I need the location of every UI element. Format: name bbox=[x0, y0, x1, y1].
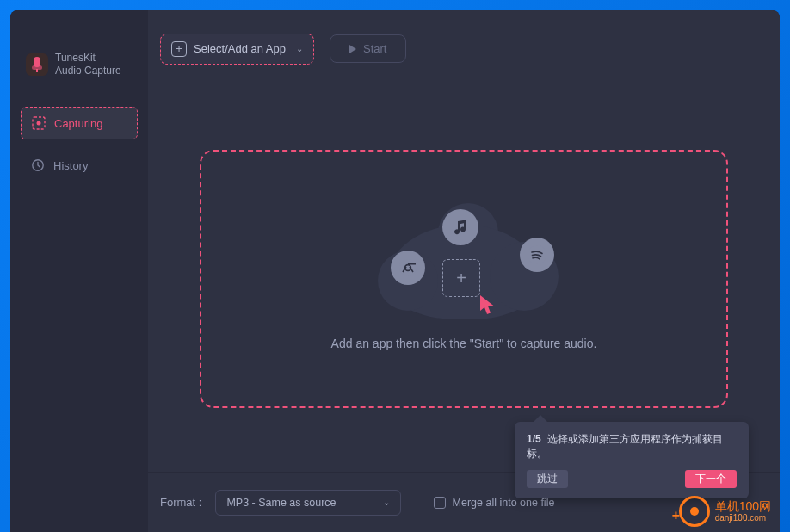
tooltip-skip-button[interactable]: 跳过 bbox=[527, 470, 568, 488]
tooltip-next-button[interactable]: 下一个 bbox=[685, 470, 737, 488]
music-icon bbox=[442, 209, 478, 245]
capture-icon bbox=[32, 116, 46, 130]
svg-rect-2 bbox=[36, 69, 38, 72]
app-logo-icon bbox=[26, 53, 48, 76]
app-logo-block: TunesKit Audio Capture bbox=[10, 52, 148, 102]
chevron-down-icon: ⌄ bbox=[296, 44, 303, 53]
spotify-icon bbox=[520, 238, 554, 272]
select-app-label: Select/Add an App bbox=[194, 42, 286, 55]
add-app-placeholder[interactable]: + bbox=[442, 259, 480, 297]
start-button[interactable]: Start bbox=[330, 34, 406, 63]
chrome-icon bbox=[391, 251, 425, 285]
sidebar: TunesKit Audio Capture Capturing History bbox=[10, 10, 148, 532]
cursor-icon bbox=[478, 294, 497, 319]
watermark-sub: danji100.com bbox=[715, 513, 771, 523]
sidebar-item-history[interactable]: History bbox=[21, 150, 138, 181]
tooltip-step: 1/5 bbox=[527, 433, 541, 445]
select-add-app-button[interactable]: + Select/Add an App ⌄ bbox=[160, 34, 314, 65]
onboarding-tooltip: 1/5 选择或添加第三方应用程序作为捕获目标。 跳过 下一个 bbox=[515, 422, 749, 498]
dropzone-hint: Add an app then click the "Start" to cap… bbox=[331, 337, 597, 350]
tooltip-text: 1/5 选择或添加第三方应用程序作为捕获目标。 bbox=[527, 432, 737, 461]
topbar: + Select/Add an App ⌄ Start bbox=[148, 10, 780, 88]
cloud-illustration: + bbox=[378, 207, 550, 319]
svg-point-4 bbox=[37, 121, 41, 126]
checkbox-box bbox=[434, 497, 446, 509]
format-label: Format : bbox=[160, 496, 201, 509]
start-label: Start bbox=[363, 42, 386, 55]
play-icon bbox=[349, 45, 356, 53]
chevron-down-icon: ⌄ bbox=[383, 498, 390, 507]
format-select[interactable]: MP3 - Same as source ⌄ bbox=[215, 490, 400, 516]
watermark-icon bbox=[679, 496, 710, 527]
history-icon bbox=[31, 158, 45, 172]
capture-dropzone[interactable]: + Add an app then click the "Start" to c… bbox=[200, 150, 728, 408]
app-title: TunesKit Audio Capture bbox=[55, 52, 121, 77]
sidebar-item-label: History bbox=[53, 159, 88, 172]
watermark: + 单机100网 danji100.com bbox=[679, 496, 771, 527]
sidebar-item-label: Capturing bbox=[54, 117, 102, 130]
plus-icon: + bbox=[171, 41, 187, 57]
sidebar-item-capturing[interactable]: Capturing bbox=[21, 107, 138, 139]
content-area: + Add an app then click the "Start" to c… bbox=[148, 88, 780, 472]
format-value: MP3 - Same as source bbox=[226, 497, 336, 509]
watermark-title: 单机100网 bbox=[715, 500, 771, 513]
